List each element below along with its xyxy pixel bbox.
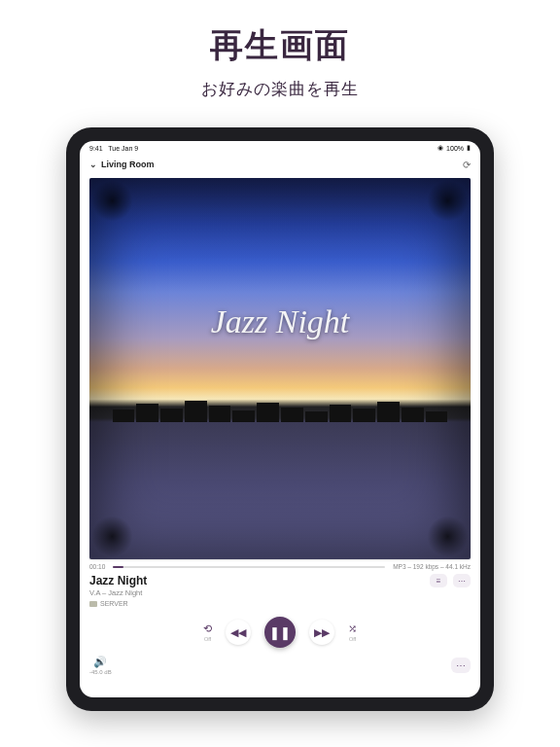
room-selector[interactable]: ⌄ Living Room xyxy=(89,160,155,169)
progress-slider[interactable] xyxy=(113,566,385,568)
skyline-graphic xyxy=(89,399,471,422)
meta-buttons: ≡ ⋯ xyxy=(430,574,471,587)
server-icon xyxy=(89,601,97,607)
repeat-label: Off xyxy=(204,636,211,642)
track-subtitle: V.A – Jazz Night xyxy=(89,588,147,597)
album-art-container: Jazz Night xyxy=(80,174,480,559)
elapsed-time: 00:10 xyxy=(89,563,105,570)
chevron-down-icon: ⌄ xyxy=(89,160,97,169)
album-art-title: Jazz Night xyxy=(89,303,471,340)
source-label: SERVER xyxy=(100,600,128,607)
volume-button[interactable]: 🔊 -45.0 dB xyxy=(89,656,112,675)
volume-icon: 🔊 xyxy=(93,656,107,668)
progress-row: 00:10 MP3 – 192 kbps – 44.1 kHz xyxy=(80,559,480,570)
shuffle-label: Off xyxy=(349,636,356,642)
bottom-more-button[interactable]: ⋯ xyxy=(451,658,471,673)
previous-button[interactable]: ◀◀ xyxy=(226,620,251,645)
status-time: 9:41 xyxy=(89,145,103,152)
bottom-row: 🔊 -45.0 dB ⋯ xyxy=(80,648,480,683)
status-left: 9:41 Tue Jan 9 xyxy=(89,145,138,152)
status-battery-text: 100% xyxy=(446,145,464,152)
next-button[interactable]: ▶▶ xyxy=(309,620,334,645)
next-icon: ▶▶ xyxy=(314,626,330,639)
tablet-frame: 9:41 Tue Jan 9 ◉ 100% ▮ ⌄ Living Room ⟳ xyxy=(66,127,494,711)
repeat-button[interactable]: ⟲ Off xyxy=(203,622,212,642)
track-source[interactable]: SERVER xyxy=(89,600,147,607)
previous-icon: ◀◀ xyxy=(230,626,246,639)
promo-subtitle: お好みの楽曲を再生 xyxy=(201,78,359,100)
format-info: MP3 – 192 kbps – 44.1 kHz xyxy=(393,563,471,570)
shuffle-button[interactable]: ⤮ Off xyxy=(348,622,357,642)
battery-icon: ▮ xyxy=(467,144,471,152)
loop-icon[interactable]: ⟳ xyxy=(463,160,471,170)
status-date: Tue Jan 9 xyxy=(108,145,138,152)
wifi-icon: ◉ xyxy=(438,144,443,152)
repeat-icon: ⟲ xyxy=(203,622,212,635)
ellipsis-icon: ⋯ xyxy=(456,660,466,671)
status-right: ◉ 100% ▮ xyxy=(438,144,471,152)
pause-icon: ❚❚ xyxy=(269,625,291,640)
meta-row: Jazz Night V.A – Jazz Night SERVER ≡ ⋯ xyxy=(80,570,480,607)
room-name: Living Room xyxy=(101,160,155,169)
progress-fill xyxy=(113,566,123,568)
track-title: Jazz Night xyxy=(89,574,147,587)
album-art[interactable]: Jazz Night xyxy=(89,178,471,559)
promo-title: 再生画面 xyxy=(210,23,350,68)
queue-button[interactable]: ≡ xyxy=(430,574,447,587)
more-options-button[interactable]: ⋯ xyxy=(453,574,471,587)
shuffle-icon: ⤮ xyxy=(348,622,357,635)
track-meta: Jazz Night V.A – Jazz Night SERVER xyxy=(89,574,147,607)
volume-db: -45.0 dB xyxy=(89,669,112,675)
tablet-screen: 9:41 Tue Jan 9 ◉ 100% ▮ ⌄ Living Room ⟳ xyxy=(80,141,480,697)
status-bar: 9:41 Tue Jan 9 ◉ 100% ▮ xyxy=(80,141,480,155)
header-bar: ⌄ Living Room ⟳ xyxy=(80,155,480,174)
transport-controls: ⟲ Off ◀◀ ❚❚ ▶▶ ⤮ Off xyxy=(80,607,480,648)
pause-button[interactable]: ❚❚ xyxy=(264,617,296,648)
